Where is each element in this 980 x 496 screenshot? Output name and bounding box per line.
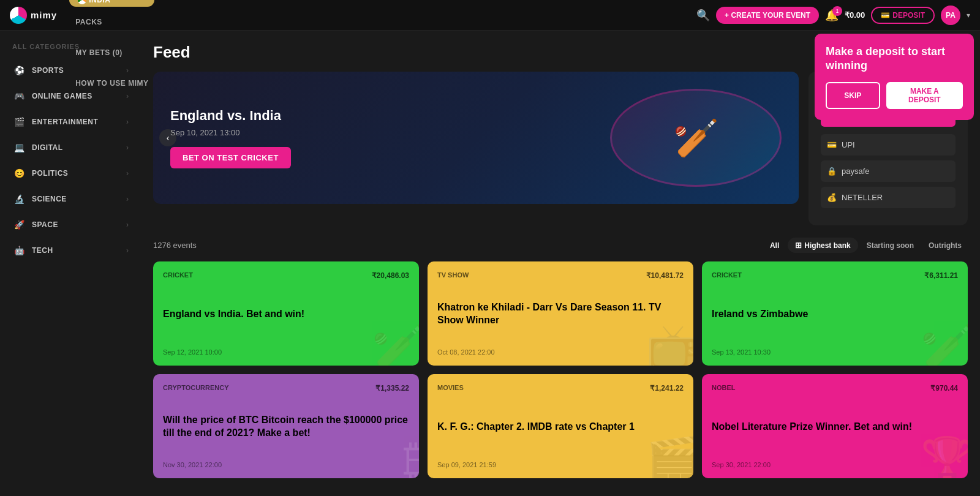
- card-category-5: Nobel: [712, 384, 736, 391]
- tech-icon: 🤖: [12, 244, 26, 257]
- event-card-2[interactable]: Cricket ₹6,311.21 Ireland vs Zimbabwe Se…: [702, 261, 968, 366]
- card-bg-icon-0: 🏏: [372, 321, 419, 366]
- card-amount-3: ₹1,335.22: [375, 384, 409, 393]
- nav-my-bets[interactable]: MY BETS (0): [69, 37, 154, 68]
- entertainment-icon: 🎬: [12, 115, 26, 129]
- science-chevron-icon: ›: [126, 195, 129, 203]
- sidebar-item-digital[interactable]: 💻 DIGITAL ›: [0, 135, 141, 160]
- card-amount-1: ₹10,481.72: [646, 271, 684, 280]
- entertainment-chevron-icon: ›: [126, 118, 129, 126]
- sidebar-item-science[interactable]: 🔬 SCIENCE ›: [0, 186, 141, 212]
- card-date-3: Nov 30, 2021 22:00: [163, 461, 409, 468]
- card-category-4: Movies: [437, 384, 464, 391]
- deposit-icon: 💳: [881, 11, 890, 20]
- header-right: 🔍 + CREATE YOUR EVENT 🔔 1 ₹0.00 💳 DEPOSI…: [696, 6, 970, 25]
- online-games-icon: 🎮: [12, 89, 26, 103]
- card-bg-icon-4: 🎬: [646, 434, 693, 478]
- cricket-illustration: 🏏: [673, 116, 719, 160]
- card-bg-icon-5: 🏆: [921, 434, 968, 478]
- card-amount-2: ₹6,311.21: [924, 271, 958, 280]
- sidebar-label-politics: POLITICS: [32, 169, 68, 178]
- card-amount-0: ₹20,486.03: [372, 271, 409, 280]
- space-chevron-icon: ›: [126, 220, 129, 229]
- science-icon: 🔬: [12, 192, 26, 206]
- sidebar-item-entertainment[interactable]: 🎬 ENTERTAINMENT ›: [0, 109, 141, 135]
- logo[interactable]: mimy: [10, 7, 57, 24]
- politics-icon: 😊: [12, 167, 26, 180]
- balance-display: ₹0.00: [845, 10, 865, 20]
- hero-image: 🏏: [610, 89, 782, 187]
- events-count: 1276 events: [153, 241, 197, 250]
- card-category-2: Cricket: [712, 271, 742, 279]
- nav-how-to[interactable]: HOW TO USE MIMY: [69, 68, 154, 99]
- card-bg-icon-3: ₿: [404, 435, 419, 478]
- card-category-3: Cryptocurrency: [163, 384, 229, 391]
- filter-all[interactable]: All: [764, 238, 785, 253]
- sidebar-label-science: SCIENCE: [32, 195, 67, 203]
- bet-on-cricket-button[interactable]: BET ON TEST CRICKET: [170, 147, 291, 168]
- upi-icon: 💳: [827, 140, 837, 149]
- nav-packs[interactable]: PACKS: [69, 7, 154, 37]
- header: mimy MY FEED FEED INDIA PACKS MY BETS (0…: [0, 0, 980, 31]
- sidebar-label-digital: DIGITAL: [32, 143, 63, 152]
- payment-method-paysafe[interactable]: 🔒 paysafe: [821, 160, 956, 182]
- notifications-button[interactable]: 🔔 1: [825, 9, 839, 22]
- make-deposit-button[interactable]: MAKE A DEPOSIT: [886, 82, 963, 109]
- tech-chevron-icon: ›: [126, 246, 129, 255]
- event-card-0[interactable]: Cricket ₹20,486.03 England vs India. Bet…: [153, 261, 419, 366]
- sidebar: ALL CATEGORIES ⚽ SPORTS › 🎮 ONLINE GAMES…: [0, 31, 141, 496]
- logo-icon: [10, 7, 27, 24]
- politics-chevron-icon: ›: [126, 169, 129, 178]
- deposit-prompt-overlay: Make a deposit to start winning SKIP MAK…: [815, 34, 974, 120]
- digital-icon: 💻: [12, 141, 26, 154]
- events-grid: Cricket ₹20,486.03 England vs India. Bet…: [153, 261, 968, 478]
- sidebar-label-tech: TECH: [32, 246, 53, 255]
- nav-india[interactable]: INDIA: [69, 0, 154, 7]
- event-card-1[interactable]: TV Show ₹10,481.72 Khatron ke Khiladi - …: [428, 261, 693, 366]
- hero-banner: ‹ England vs. India Sep 10, 2021 13:00 B…: [153, 72, 799, 204]
- filter-tabs: All Highest bank Starting soon Outrights: [764, 238, 968, 253]
- card-category-1: TV Show: [437, 271, 469, 279]
- main-nav: MY FEED FEED INDIA PACKS MY BETS (0) HOW…: [69, 0, 154, 99]
- hero-text: England vs. India Sep 10, 2021 13:00 BET…: [170, 107, 598, 169]
- search-button[interactable]: 🔍: [696, 9, 710, 22]
- sidebar-item-space[interactable]: 🚀 SPACE ›: [0, 212, 141, 238]
- card-title-3: Will the price of BTC Bitcoin reach the …: [163, 405, 409, 448]
- sidebar-item-politics[interactable]: 😊 POLITICS ›: [0, 160, 141, 186]
- deposit-prompt-title: Make a deposit to start winning: [826, 45, 963, 73]
- sidebar-label-sports: SPORTS: [32, 66, 64, 75]
- events-header: 1276 events All Highest bank Starting so…: [153, 238, 968, 253]
- sidebar-item-tech[interactable]: 🤖 TECH ›: [0, 238, 141, 263]
- payment-method-upi[interactable]: 💳 UPI: [821, 134, 956, 156]
- filter-highest-bank[interactable]: Highest bank: [788, 238, 858, 253]
- skip-button[interactable]: SKIP: [826, 82, 880, 109]
- filter-outrights[interactable]: Outrights: [922, 238, 968, 253]
- sports-icon: ⚽: [12, 64, 26, 77]
- card-amount-5: ₹970.44: [930, 384, 958, 393]
- sidebar-label-entertainment: ENTERTAINMENT: [32, 118, 98, 126]
- neteller-icon: 💰: [827, 193, 837, 202]
- event-card-5[interactable]: Nobel ₹970.44 Nobel Literature Prize Win…: [702, 374, 968, 478]
- payment-method-neteller[interactable]: 💰 NETELLER: [821, 187, 956, 208]
- avatar-dropdown-icon[interactable]: ▾: [967, 11, 970, 20]
- paysafe-icon: 🔒: [827, 167, 837, 176]
- card-amount-4: ₹1,241.22: [650, 384, 684, 393]
- sidebar-label-space: SPACE: [32, 220, 58, 229]
- india-flag-icon: [78, 0, 86, 4]
- deposit-prompt-actions: SKIP MAKE A DEPOSIT: [826, 82, 963, 109]
- digital-chevron-icon: ›: [126, 143, 129, 152]
- hero-wrap: ‹ England vs. India Sep 10, 2021 13:00 B…: [153, 72, 799, 225]
- hero-match-title: England vs. India: [170, 107, 598, 125]
- hero-match-date: Sep 10, 2021 13:00: [170, 128, 598, 137]
- card-category-0: Cricket: [163, 271, 193, 279]
- avatar[interactable]: PA: [941, 6, 960, 25]
- logo-text: mimy: [31, 10, 57, 20]
- card-bg-icon-2: 🏏: [921, 321, 968, 366]
- filter-starting-soon[interactable]: Starting soon: [861, 238, 920, 253]
- notification-badge: 1: [832, 6, 842, 16]
- deposit-button[interactable]: 💳 DEPOSIT: [871, 7, 935, 24]
- event-card-3[interactable]: Cryptocurrency ₹1,335.22 Will the price …: [153, 374, 419, 478]
- event-card-4[interactable]: Movies ₹1,241.22 K. F. G.: Chapter 2. IM…: [428, 374, 693, 478]
- card-bg-icon-1: 📺: [646, 321, 693, 366]
- create-event-button[interactable]: + CREATE YOUR EVENT: [716, 7, 819, 24]
